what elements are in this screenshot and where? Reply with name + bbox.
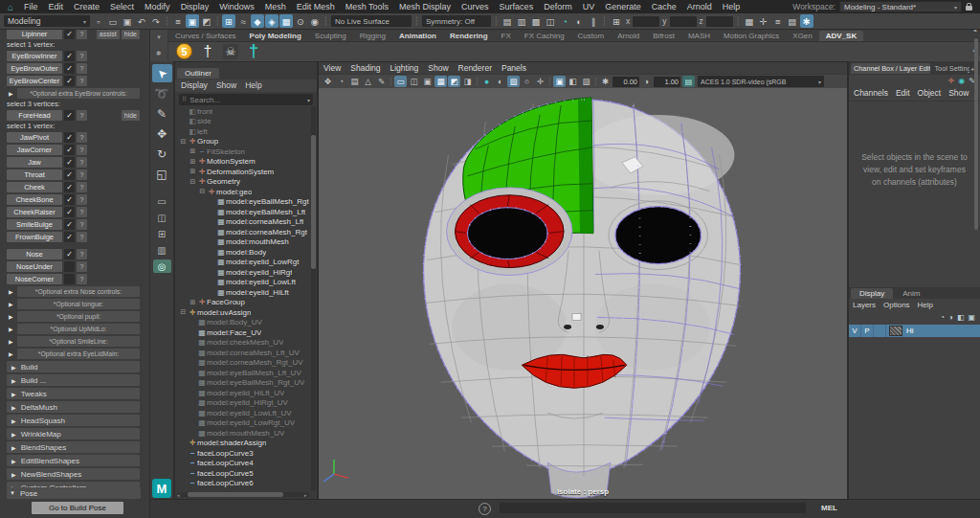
outliner-item[interactable]: ⊟ ✛ model:uvAssign: [176, 307, 310, 318]
enabled-checkbox[interactable]: ✓: [64, 219, 75, 230]
outliner-item[interactable]: ▦ model:eyelid_LowRgt_UV: [176, 418, 310, 429]
menu-item[interactable]: Windows: [219, 2, 255, 11]
camera-attributes-icon[interactable]: ▤: [348, 76, 361, 87]
layer-editor-tab[interactable]: Display: [851, 288, 893, 299]
vertex-select-button[interactable]: Nose: [7, 249, 62, 259]
help-button[interactable]: ?: [77, 182, 87, 192]
optional-collapsible[interactable]: ▶ *Optional SmileLine:: [9, 336, 140, 347]
expand-toggle[interactable]: ⊟: [179, 138, 188, 146]
render-settings-icon[interactable]: ◫: [544, 14, 557, 28]
outliner-item[interactable]: ⊞ ✛ DeformationSystem: [176, 167, 310, 177]
camera-move-icon[interactable]: ✥: [322, 76, 334, 87]
menu-item[interactable]: Create: [74, 2, 100, 11]
section-collapsible[interactable]: ▶ DeltaMush: [7, 401, 140, 413]
shelf-tab[interactable]: Rigging: [353, 31, 392, 41]
vertex-select-button[interactable]: Cheek: [7, 182, 62, 192]
enabled-checkbox[interactable]: ✓: [64, 232, 75, 242]
image-plane-icon[interactable]: △: [362, 76, 374, 87]
shelf-tab[interactable]: MASH: [681, 31, 717, 41]
help-button[interactable]: ?: [77, 76, 87, 86]
section-collapsible[interactable]: ▶ WrinkleMap: [7, 428, 140, 439]
channel-slider-icon[interactable]: ▤: [786, 14, 799, 28]
layer-move-down-icon[interactable]: ▣: [968, 313, 975, 322]
outliner-hscrollbar[interactable]: ◂ ▸: [177, 492, 309, 497]
select-hierarchy-icon[interactable]: ≡: [171, 14, 185, 28]
command-line-input[interactable]: [500, 503, 806, 513]
xray-icon[interactable]: ◧: [567, 76, 579, 87]
outliner-item[interactable]: ✛ model:shaderAssign: [176, 439, 310, 449]
exposure-field[interactable]: 0.00: [612, 77, 639, 87]
hide-button[interactable]: hide: [122, 110, 140, 121]
help-button[interactable]: ?: [77, 145, 87, 155]
outliner-item[interactable]: ▦ model:eyeBallMesh_Lft_UV: [176, 368, 310, 378]
vertex-select-button[interactable]: ForeHead: [7, 110, 62, 121]
enabled-checkbox[interactable]: ✓: [64, 110, 75, 121]
vertex-select-button[interactable]: EyeBrowOuter: [7, 63, 62, 74]
grid-toggle-icon[interactable]: ▭: [394, 76, 407, 87]
outliner-item[interactable]: ▦ model:eyelid_LowRgt: [176, 258, 310, 268]
help-button[interactable]: ?: [77, 207, 87, 217]
selection-lock-icon[interactable]: ◉: [308, 14, 322, 28]
expand-toggle[interactable]: ⊟: [189, 178, 197, 186]
light-editor-icon[interactable]: ◐: [572, 14, 586, 28]
layer-menu-item[interactable]: Help: [918, 301, 933, 309]
group-separator[interactable]: ┆: [601, 14, 608, 28]
help-button[interactable]: ?: [77, 232, 87, 242]
left-panel-scrollbar[interactable]: [974, 38, 978, 230]
outliner-item[interactable]: ⊞ ✛ MotionSystem: [176, 157, 310, 168]
layer-menu-item[interactable]: Layers: [853, 301, 876, 309]
layout-outliner-persp[interactable]: ▥: [153, 243, 171, 257]
outliner-item[interactable]: ▦ model:corneaMesh_Lft_UV: [176, 348, 310, 358]
camera-lock-icon[interactable]: ◔: [335, 76, 347, 87]
help-button[interactable]: ?: [77, 132, 87, 143]
safe-action-icon[interactable]: ◩: [448, 76, 460, 87]
expand-toggle[interactable]: ⊟: [179, 308, 188, 316]
optional-collapsible[interactable]: ▶ *Optional pupil:: [9, 311, 140, 322]
outliner-item[interactable]: ▦ model:mouthMesh: [176, 237, 310, 248]
outliner-item[interactable]: ▦ model:eyeBallMesh_Lft: [176, 207, 310, 217]
paint-select-tool[interactable]: ✎: [152, 104, 172, 123]
outliner-item[interactable]: ~ faceLoopCurve6: [176, 479, 310, 489]
vertex-select-button[interactable]: Jaw: [7, 157, 62, 168]
separator[interactable]: ┆: [547, 76, 552, 87]
vertex-select-button[interactable]: NoseCorner: [7, 274, 62, 284]
enabled-checkbox[interactable]: ✓: [64, 29, 75, 39]
outliner-vscrollbar[interactable]: [311, 106, 316, 490]
group-separator[interactable]: ┆: [164, 14, 170, 28]
vertex-select-button[interactable]: JawCorner: [7, 145, 62, 155]
maya-home-icon[interactable]: ⌂: [8, 2, 13, 12]
outliner-item[interactable]: ▦ model:Body: [176, 247, 310, 258]
menu-item[interactable]: Cache: [652, 2, 677, 11]
channel-menu-item[interactable]: Edit: [896, 88, 910, 98]
menu-item[interactable]: Curves: [461, 2, 489, 11]
section-collapsible[interactable]: ▶ HeadSquash: [7, 415, 140, 426]
advancedskeleton5-icon[interactable]: 5: [176, 43, 192, 59]
tool-settings-icon[interactable]: ✱: [800, 14, 813, 28]
menu-item[interactable]: Surfaces: [500, 2, 534, 11]
hypershade-icon[interactable]: ◔: [558, 14, 571, 28]
shelf-tab[interactable]: Rendering: [443, 31, 495, 41]
viewport-menu-item[interactable]: Lighting: [390, 63, 418, 73]
assist-button[interactable]: assist: [97, 29, 120, 39]
outliner-item[interactable]: ⊟ ✛ Geometry: [176, 177, 310, 188]
channel-menu-item[interactable]: Channels: [854, 88, 888, 98]
color-management-icon[interactable]: ▤: [682, 76, 695, 87]
shelf-tab[interactable]: Custom: [571, 31, 612, 41]
menu-item[interactable]: Edit Mesh: [297, 2, 335, 11]
expand-toggle[interactable]: ⊟: [198, 188, 207, 195]
help-button[interactable]: ?: [77, 157, 87, 168]
vertex-select-button[interactable]: SmileBulge: [7, 219, 62, 230]
optional-collapsible[interactable]: ▶ *Optional extra EyeBrow controls:: [9, 88, 140, 99]
view-transform-dropdown[interactable]: ACES 1.0 SDR-video (sRGB ▾: [698, 76, 824, 87]
outliner-item[interactable]: ▦ model:mouthMesh_UV: [176, 428, 310, 439]
outliner-item[interactable]: ~ faceLoopCurve5: [176, 468, 310, 479]
help-button[interactable]: ?: [77, 261, 87, 272]
expand-toggle[interactable]: ⊞: [189, 168, 197, 175]
snap-view-plane-icon[interactable]: ▦: [279, 14, 293, 28]
layer-editor-tab[interactable]: Anim: [894, 288, 928, 299]
outliner-item[interactable]: ⊟ ✛ Group: [176, 137, 310, 147]
outliner-item[interactable]: ~ faceLoopCurve7: [176, 488, 310, 490]
shelf-tab[interactable]: Arnold: [611, 31, 646, 41]
outliner-item[interactable]: ▦ model:eyelid_HiLft: [176, 287, 310, 298]
viewport-menu-item[interactable]: View: [323, 63, 341, 73]
